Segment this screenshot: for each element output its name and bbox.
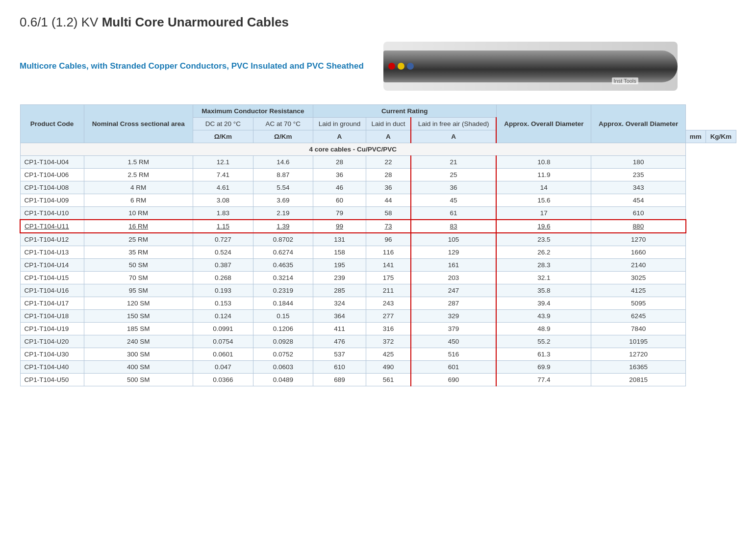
cell-code: CP1-T104-U19 [20, 323, 84, 335]
cell-ac: 0.0489 [253, 374, 313, 386]
cell-lg: 46 [313, 181, 366, 194]
cell-diam: 69.9 [496, 361, 591, 374]
cell-ld: 425 [366, 348, 411, 361]
cell-diam: 48.9 [496, 323, 591, 335]
title-prefix: 0.6/1 (1.2) KV [20, 15, 102, 29]
cell-lg: 60 [313, 194, 366, 207]
cell-diam: 11.9 [496, 169, 591, 181]
table-row: CP1-T104-U18150 SM0.1240.1536427732943.9… [20, 310, 736, 323]
cell-weight: 610 [591, 207, 686, 220]
cell-weight: 343 [591, 181, 686, 194]
cell-area: 185 SM [84, 323, 193, 335]
table-row: CP1-T104-U1335 RM0.5240.627415811612926.… [20, 246, 736, 259]
cell-diam: 32.1 [496, 272, 591, 284]
cell-ac: 3.69 [253, 194, 313, 207]
nominal-cross-label: Nominal Cross sectional area [92, 120, 185, 127]
cell-dc: 1.15 [193, 220, 253, 233]
page-title: 0.6/1 (1.2) KV Multi Core Unarmoured Cab… [20, 15, 736, 30]
cell-la: 329 [411, 310, 497, 323]
cell-la: 129 [411, 246, 497, 259]
cell-diam: 10.8 [496, 156, 591, 169]
cell-la: 161 [411, 259, 497, 272]
unit-ac: Ω/Km [253, 130, 313, 143]
cell-lg: 239 [313, 272, 366, 284]
cell-lg: 689 [313, 374, 366, 386]
cell-ac: 0.15 [253, 310, 313, 323]
cell-code: CP1-T104-U16 [20, 284, 84, 297]
table-row: CP1-T104-U084 RM4.615.5446363614343 [20, 181, 736, 194]
cell-code: CP1-T104-U06 [20, 169, 84, 181]
cell-diam: 55.2 [496, 335, 591, 348]
cell-ld: 28 [366, 169, 411, 181]
cell-weight: 12720 [591, 348, 686, 361]
cell-code: CP1-T104-U50 [20, 374, 84, 386]
cell-la: 379 [411, 323, 497, 335]
cell-lg: 195 [313, 259, 366, 272]
cell-weight: 1270 [591, 233, 686, 246]
section-label: 4 core cables - Cu/PVC/PVC [20, 143, 686, 156]
cell-area: 150 SM [84, 310, 193, 323]
cell-code: CP1-T104-U13 [20, 246, 84, 259]
table-row: CP1-T104-U1116 RM1.151.3999738319.6880 [20, 220, 736, 233]
cell-la: 83 [411, 220, 497, 233]
th-ac70: AC at 70 °C [253, 118, 313, 130]
cell-code: CP1-T104-U30 [20, 348, 84, 361]
cell-lg: 99 [313, 220, 366, 233]
table-row: CP1-T104-U1570 SM0.2680.321423917520332.… [20, 272, 736, 284]
cell-lg: 36 [313, 169, 366, 181]
table-row: CP1-T104-U30300 SM0.06010.07525374255166… [20, 348, 736, 361]
table-body: 4 core cables - Cu/PVC/PVC CP1-T104-U041… [20, 143, 736, 386]
cell-lg: 324 [313, 297, 366, 310]
cell-ld: 36 [366, 181, 411, 194]
title-bold: Multi Core Unarmoured Cables [102, 15, 289, 29]
cell-lg: 411 [313, 323, 366, 335]
th-laid-duct: Laid in duct [366, 118, 411, 130]
cell-weight: 20815 [591, 374, 686, 386]
cell-ld: 58 [366, 207, 411, 220]
cell-code: CP1-T104-U18 [20, 310, 84, 323]
cell-code: CP1-T104-U15 [20, 272, 84, 284]
cell-diam: 17 [496, 207, 591, 220]
cell-area: 2.5 RM [84, 169, 193, 181]
cell-code: CP1-T104-U20 [20, 335, 84, 348]
cell-la: 690 [411, 374, 497, 386]
cell-weight: 5095 [591, 297, 686, 310]
th-laid-ground: Laid in ground [313, 118, 366, 130]
cell-diam: 23.5 [496, 233, 591, 246]
cell-code: CP1-T104-U17 [20, 297, 84, 310]
th-product-code: Product Code [20, 105, 84, 143]
cell-ac: 5.54 [253, 181, 313, 194]
cell-diam: 77.4 [496, 374, 591, 386]
cell-dc: 7.41 [193, 169, 253, 181]
cell-la: 601 [411, 361, 497, 374]
th-approx-weight: Approx. Overall Diameter [591, 105, 686, 143]
cell-lg: 79 [313, 207, 366, 220]
cell-diam: 15.6 [496, 194, 591, 207]
cell-code: CP1-T104-U12 [20, 233, 84, 246]
cell-ld: 141 [366, 259, 411, 272]
intro-text: Multicore Cables, with Stranded Copper C… [20, 60, 364, 73]
cell-ac: 0.2319 [253, 284, 313, 297]
table-row: CP1-T104-U17120 SM0.1530.184432424328739… [20, 297, 736, 310]
cell-area: 70 SM [84, 272, 193, 284]
cell-dc: 0.0754 [193, 335, 253, 348]
cell-diam: 43.9 [496, 310, 591, 323]
cell-weight: 7840 [591, 323, 686, 335]
cell-weight: 16365 [591, 361, 686, 374]
cell-area: 10 RM [84, 207, 193, 220]
cell-dc: 0.153 [193, 297, 253, 310]
cell-ld: 211 [366, 284, 411, 297]
cell-code: CP1-T104-U40 [20, 361, 84, 374]
cell-area: 6 RM [84, 194, 193, 207]
cell-ld: 116 [366, 246, 411, 259]
table-row: CP1-T104-U1225 RM0.7270.87021319610523.5… [20, 233, 736, 246]
wire-yellow [398, 63, 404, 70]
cell-code: CP1-T104-U04 [20, 156, 84, 169]
cell-ac: 0.8702 [253, 233, 313, 246]
cell-lg: 610 [313, 361, 366, 374]
cell-ld: 372 [366, 335, 411, 348]
cell-ac: 0.0752 [253, 348, 313, 361]
unit-weight: Kg/Km [706, 130, 736, 143]
table-row: CP1-T104-U1010 RM1.832.1979586117610 [20, 207, 736, 220]
cell-ld: 490 [366, 361, 411, 374]
